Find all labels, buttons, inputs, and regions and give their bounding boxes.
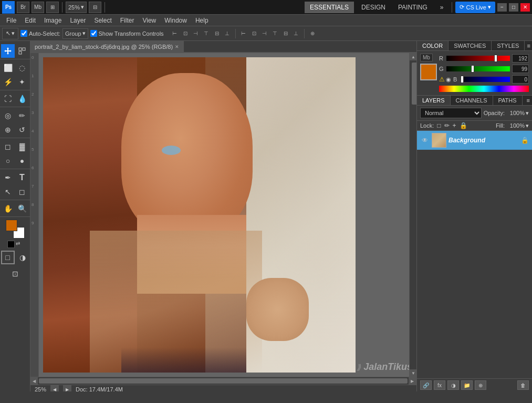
document-tab[interactable]: portrait_2_by_liam_stock-d5j6drq.jpg @ 2… (30, 41, 184, 53)
r-value-input[interactable] (512, 54, 529, 63)
color-panel-menu-btn[interactable]: ≡ (525, 42, 532, 50)
delete-layer-button[interactable]: 🗑 (517, 380, 529, 390)
tab-paths[interactable]: PATHS (493, 96, 523, 105)
lasso-tool[interactable]: ◌ (15, 61, 29, 75)
lock-paint-icon[interactable]: ✏ (444, 122, 450, 129)
align-top-icon[interactable]: ⊤ (202, 29, 211, 38)
dist-left-icon[interactable]: ⊢ (239, 29, 248, 38)
eyedropper-tool[interactable]: 💧 (15, 92, 29, 106)
swap-colors-icon[interactable]: ⇄ (16, 241, 23, 248)
link-layers-button[interactable]: 🔗 (420, 380, 432, 390)
quick-mask-mode[interactable]: ◑ (16, 251, 29, 264)
show-transform-checkbox[interactable] (90, 30, 97, 37)
g-slider[interactable] (446, 66, 510, 71)
current-color-swatch[interactable] (420, 64, 437, 80)
layer-background[interactable]: 👁 Background 🔒 (417, 131, 532, 150)
scroll-up-button[interactable]: ▲ (410, 53, 416, 60)
menu-layer[interactable]: Layer (66, 15, 90, 26)
new-layer-button[interactable]: ⊕ (475, 380, 486, 390)
tab-swatches[interactable]: SWATCHES (448, 41, 492, 50)
show-transform-option[interactable]: Show Transform Controls (90, 30, 164, 37)
mb-label[interactable]: Mb (420, 54, 433, 61)
menu-file[interactable]: File (2, 15, 20, 26)
g-value-input[interactable] (512, 65, 529, 73)
fill-arrow[interactable]: ▾ (526, 122, 529, 129)
window-close-button[interactable]: ✕ (520, 3, 530, 12)
b-slider-thumb[interactable] (461, 76, 464, 83)
menu-edit[interactable]: Edit (20, 15, 40, 26)
brush-tool[interactable]: ✏ (15, 109, 29, 122)
screen-mode-btn[interactable]: ⊡ (8, 267, 22, 281)
window-maximize-button[interactable]: □ (509, 3, 518, 12)
eraser-tool[interactable]: ◻ (1, 140, 15, 153)
blend-mode-select[interactable]: Normal (420, 108, 482, 118)
r-slider[interactable] (446, 56, 510, 61)
b-slider[interactable] (461, 77, 510, 82)
arrange-button[interactable]: ⊟ (89, 2, 101, 13)
tab-color[interactable]: COLOR (417, 41, 448, 50)
tab-channels[interactable]: CHANNELS (451, 96, 493, 105)
gradient-tool[interactable]: ▓ (15, 140, 29, 153)
nav-essentials[interactable]: ESSENTIALS (305, 2, 354, 13)
dist-top-icon[interactable]: ⊤ (270, 29, 280, 38)
group-dropdown[interactable]: Group ▾ (62, 28, 88, 39)
quick-select-tool[interactable]: ✦ (15, 75, 29, 89)
history-brush-tool[interactable]: ↺ (15, 123, 29, 137)
nav-overflow[interactable]: » (435, 2, 449, 13)
rect-marquee-tool[interactable]: ⬜ (1, 61, 15, 75)
layer-visibility-toggle[interactable]: 👁 (420, 136, 430, 145)
path-select-tool[interactable]: ↖ (1, 185, 15, 199)
menu-view[interactable]: View (138, 15, 160, 26)
auto-select-option[interactable]: Auto-Select: (20, 30, 60, 37)
status-icon-left[interactable]: ◀ (50, 385, 59, 391)
scroll-down-button[interactable]: ▼ (410, 369, 416, 377)
dist-center-h-icon[interactable]: ⊡ (249, 29, 259, 38)
align-center-h-icon[interactable]: ⊡ (181, 29, 190, 38)
workspace-toggle[interactable]: ⊞ (46, 2, 59, 13)
opacity-arrow[interactable]: ▾ (526, 110, 529, 117)
cs-live-button[interactable]: ⟳ CS Live ▾ (455, 2, 495, 13)
tab-styles[interactable]: STYLES (492, 41, 525, 50)
zoom-dropdown[interactable]: 25% ▾ (66, 2, 87, 13)
mini-bridge-button[interactable]: Mb (32, 2, 44, 13)
align-left-icon[interactable]: ⊢ (170, 29, 180, 38)
auto-select-checkbox[interactable] (20, 30, 27, 37)
menu-filter[interactable]: Filter (116, 15, 139, 26)
lock-move-icon[interactable]: + (453, 122, 456, 129)
tab-layers[interactable]: LAYERS (417, 96, 451, 105)
close-tab-button[interactable]: ✕ (175, 44, 179, 49)
default-fg-color[interactable] (7, 241, 15, 248)
b-value-input[interactable] (512, 75, 529, 84)
canvas-viewport[interactable]: ⟫ JalanTikus ▲ ▼ (39, 53, 416, 377)
menu-image[interactable]: Image (40, 15, 66, 26)
vertical-scrollbar[interactable]: ▲ ▼ (409, 53, 416, 377)
scroll-thumb-h[interactable] (39, 378, 408, 384)
menu-window[interactable]: Window (160, 15, 191, 26)
crop-tool[interactable]: ⛶ (1, 92, 15, 106)
dist-center-v-icon[interactable]: ⊟ (281, 29, 290, 38)
scroll-right-button[interactable]: ▶ (409, 377, 416, 385)
align-right-icon[interactable]: ⊣ (191, 29, 201, 38)
artboard-tool[interactable] (15, 44, 29, 58)
spot-heal-tool[interactable]: ◎ (1, 109, 15, 122)
new-group-button[interactable]: 📁 (461, 380, 473, 390)
r-slider-thumb[interactable] (494, 55, 497, 62)
align-bottom-icon[interactable]: ⊥ (223, 29, 232, 38)
auto-align-icon[interactable]: ⊕ (308, 29, 317, 38)
bridge-button[interactable]: Br (17, 2, 29, 13)
add-mask-button[interactable]: ◑ (447, 380, 459, 390)
mb-button[interactable]: Mb (420, 54, 437, 60)
status-icon-right[interactable]: ▶ (63, 385, 71, 391)
foreground-color[interactable] (6, 220, 17, 231)
magic-wand-tool[interactable]: ⚡ (1, 75, 15, 89)
lock-checkbox-icon[interactable]: □ (437, 122, 441, 129)
align-center-v-icon[interactable]: ⊟ (212, 29, 222, 38)
color-spectrum-bar[interactable] (439, 86, 529, 92)
standard-mode[interactable]: □ (1, 251, 15, 264)
dist-right-icon[interactable]: ⊣ (260, 29, 269, 38)
zoom-tool[interactable]: 🔍 (15, 202, 29, 215)
move-tool[interactable] (1, 44, 15, 58)
dist-bottom-icon[interactable]: ⊥ (291, 29, 301, 38)
menu-select[interactable]: Select (90, 15, 116, 26)
hand-tool[interactable]: ✋ (1, 202, 15, 215)
